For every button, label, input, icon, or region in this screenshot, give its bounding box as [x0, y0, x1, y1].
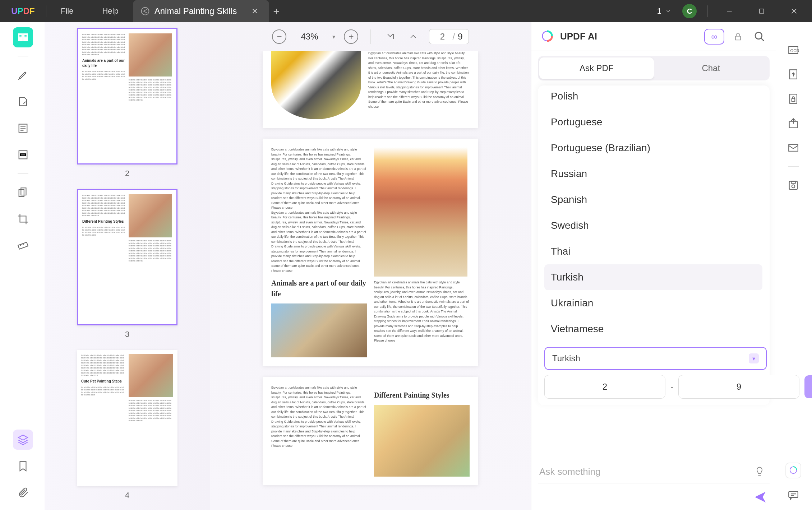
doc-page: Egyptian art celebrates animals like cat…: [263, 51, 478, 128]
window-maximize-icon[interactable]: [751, 4, 772, 18]
form-tool[interactable]: [13, 118, 33, 138]
thumbnail-number: 4: [59, 491, 195, 500]
range-from-input[interactable]: [544, 375, 665, 399]
ai-tool-icon[interactable]: [785, 463, 801, 478]
svg-text:OCR: OCR: [790, 48, 799, 53]
zoom-in-button[interactable]: +: [344, 29, 358, 44]
doc-page: Egyptian art celebrates animals like cat…: [263, 139, 478, 366]
thumbnail-page[interactable]: txttxt txttxt txttxt txttxt txttxt txttx…: [77, 28, 177, 164]
new-tab-button[interactable]: ＋: [269, 4, 283, 18]
total-pages: 9: [458, 32, 462, 42]
crop-tool[interactable]: [13, 209, 33, 229]
user-avatar[interactable]: C: [682, 4, 697, 18]
pages-tool[interactable]: [13, 182, 33, 203]
layers-tool[interactable]: [13, 430, 33, 450]
window-minimize-icon[interactable]: [719, 4, 740, 18]
page-heading: Different Painting Styles: [374, 390, 470, 400]
protect-tool[interactable]: [785, 91, 801, 107]
window-close-icon[interactable]: [783, 4, 805, 18]
ocr-tool[interactable]: OCR: [785, 42, 801, 58]
attachment-tool[interactable]: [13, 483, 33, 503]
lock-icon[interactable]: [730, 29, 746, 45]
selected-language: Turkish: [552, 353, 580, 363]
ai-panel: UPDF AI ∞ Ask PDF Chat PolishPortugueseP…: [531, 22, 776, 510]
lightbulb-icon[interactable]: [752, 464, 767, 478]
zoom-level: 43%: [295, 32, 324, 42]
search-icon[interactable]: [752, 29, 767, 45]
thumbnail-number: 2: [59, 169, 195, 178]
svg-rect-1: [760, 9, 764, 13]
reader-tool[interactable]: [13, 27, 33, 47]
send-icon[interactable]: [753, 490, 767, 504]
svg-rect-19: [791, 181, 795, 184]
tab-close-icon[interactable]: ×: [248, 4, 262, 18]
language-option[interactable]: Polish: [544, 92, 762, 109]
tab-title: Animal Painting Skills: [154, 6, 237, 16]
menu-help[interactable]: Help: [88, 6, 133, 16]
language-option[interactable]: Turkish: [544, 264, 762, 290]
first-page-button[interactable]: [383, 29, 397, 44]
language-option[interactable]: Thai: [544, 238, 762, 264]
document-tab[interactable]: Animal Painting Skills ×: [133, 0, 269, 22]
doc-page: Egyptian art celebrates animals like cat…: [263, 377, 478, 485]
titlebar: UPDF File Help Animal Painting Skills × …: [0, 0, 812, 22]
tab-chat[interactable]: Chat: [654, 57, 769, 79]
language-select[interactable]: Turkish ▾: [544, 347, 767, 370]
zoom-out-button[interactable]: −: [272, 29, 286, 44]
thumbnail-page[interactable]: txttxt txttxt txttxt txttxt txttxt txttx…: [77, 350, 177, 486]
svg-rect-8: [735, 36, 741, 40]
svg-rect-4: [20, 154, 26, 156]
page-heading: Animals are a part of our daily life: [271, 278, 367, 299]
language-option[interactable]: Spanish: [544, 187, 762, 213]
bookmark-tool[interactable]: [13, 456, 33, 476]
thumbnail-number: 3: [59, 330, 195, 339]
language-option[interactable]: Portuguese: [544, 109, 762, 135]
highlighter-tool[interactable]: [13, 65, 33, 85]
svg-rect-14: [792, 99, 795, 101]
thumbnail-page[interactable]: txttxt txttxt txttxt txttxt txttxt txttx…: [77, 189, 177, 325]
language-option[interactable]: Russian: [544, 161, 762, 187]
infinity-badge[interactable]: ∞: [704, 29, 724, 45]
tab-ask-pdf[interactable]: Ask PDF: [539, 57, 654, 79]
svg-point-9: [755, 32, 762, 39]
save-tool[interactable]: [785, 177, 801, 193]
language-option[interactable]: Portuguese (Brazilian): [544, 135, 762, 161]
thumbnail-panel: txttxt txttxt txttxt txttxt txttxt txttx…: [45, 22, 210, 510]
right-toolbar: OCR: [776, 22, 811, 510]
zoom-dropdown-icon[interactable]: ▾: [332, 33, 335, 40]
document-pages-scroll[interactable]: Egyptian art celebrates animals like cat…: [210, 51, 531, 510]
menu-file[interactable]: File: [46, 6, 88, 16]
document-tab-icon: [140, 6, 150, 16]
language-dropdown-panel: PolishPortuguesePortuguese (Brazilian)Ru…: [538, 85, 770, 405]
language-option[interactable]: Ukrainian: [544, 290, 762, 316]
document-toolbar: − 43% ▾ + / 9: [210, 22, 531, 51]
ask-input[interactable]: [538, 460, 770, 483]
ai-panel-title: UPDF AI: [560, 31, 698, 42]
convert-tool[interactable]: [785, 66, 801, 82]
redact-tool[interactable]: [13, 145, 33, 165]
document-viewer: − 43% ▾ + / 9 Egyptian art celebrates an…: [210, 22, 531, 510]
language-option[interactable]: Swedish: [544, 213, 762, 238]
share-tool[interactable]: [785, 115, 801, 131]
edit-tool[interactable]: [13, 92, 33, 112]
language-option[interactable]: Vietnamese: [544, 316, 762, 342]
page-input[interactable]: / 9: [429, 29, 469, 44]
svg-rect-6: [21, 188, 26, 195]
range-dash: -: [670, 382, 673, 392]
range-to-input[interactable]: [678, 375, 799, 399]
language-list[interactable]: PolishPortuguesePortuguese (Brazilian)Ru…: [544, 92, 767, 342]
updf-ai-logo-icon: [540, 29, 554, 44]
comment-tool[interactable]: [785, 487, 801, 503]
measure-tool[interactable]: [13, 236, 33, 256]
svg-point-0: [141, 8, 149, 15]
chevron-down-icon: ▾: [749, 353, 759, 363]
email-tool[interactable]: [785, 140, 801, 156]
prev-page-button[interactable]: [406, 29, 420, 44]
left-toolbar: [1, 22, 45, 510]
svg-point-18: [792, 185, 795, 188]
svg-rect-7: [18, 242, 28, 249]
svg-rect-20: [789, 491, 798, 497]
go-button[interactable]: Go→: [804, 375, 812, 398]
doc-count-indicator[interactable]: 1: [657, 6, 672, 16]
current-page-input[interactable]: [435, 32, 449, 42]
